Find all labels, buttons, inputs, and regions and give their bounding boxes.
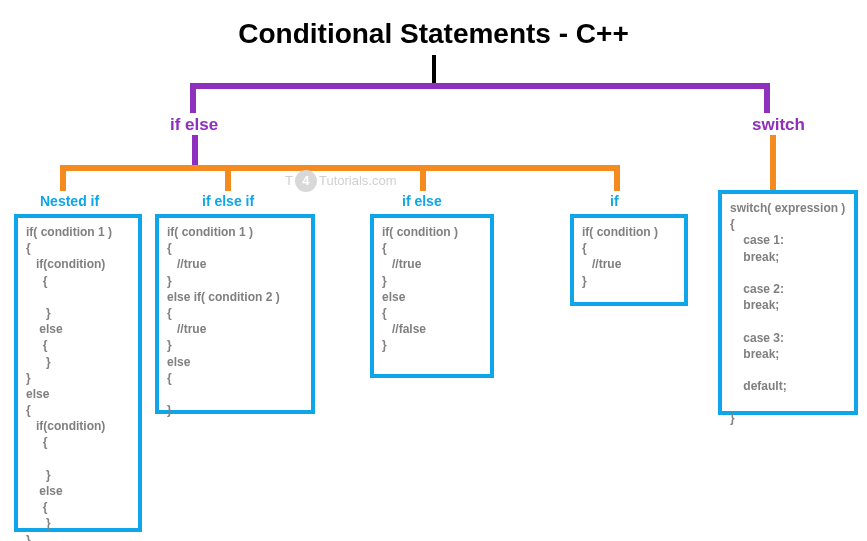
child-label-if: if <box>610 193 619 209</box>
watermark-prefix: T <box>285 173 293 188</box>
orange-tick-1 <box>60 165 66 191</box>
orange-tick-2 <box>225 165 231 191</box>
child-label-if-else: if else <box>402 193 442 209</box>
watermark-circle: 4 <box>295 170 317 192</box>
watermark: T4Tutorials.com <box>285 170 397 192</box>
child-label-nested-if: Nested if <box>40 193 99 209</box>
orange-tick-4 <box>614 165 620 191</box>
watermark-suffix: Tutorials.com <box>319 173 397 188</box>
code-box-if: if( condition ) { //true } <box>570 214 688 306</box>
code-box-if-else-if: if( condition 1 ) { //true } else if( co… <box>155 214 315 414</box>
code-box-switch: switch( expression ) { case 1: break; ca… <box>718 190 858 415</box>
orange-tick-3 <box>420 165 426 191</box>
branch-label-ifelse: if else <box>170 115 218 135</box>
code-box-nested-if: if( condition 1 ) { if(condition) { } el… <box>14 214 142 532</box>
orange-drop-switch <box>770 135 776 193</box>
diagram-title: Conditional Statements - C++ <box>0 18 867 50</box>
root-connector <box>432 55 436 83</box>
purple-bracket <box>190 83 770 89</box>
code-box-if-else: if( condition ) { //true } else { //fals… <box>370 214 494 378</box>
child-label-if-else-if: if else if <box>202 193 254 209</box>
purple-drop-connector <box>192 135 198 165</box>
branch-label-switch: switch <box>752 115 805 135</box>
